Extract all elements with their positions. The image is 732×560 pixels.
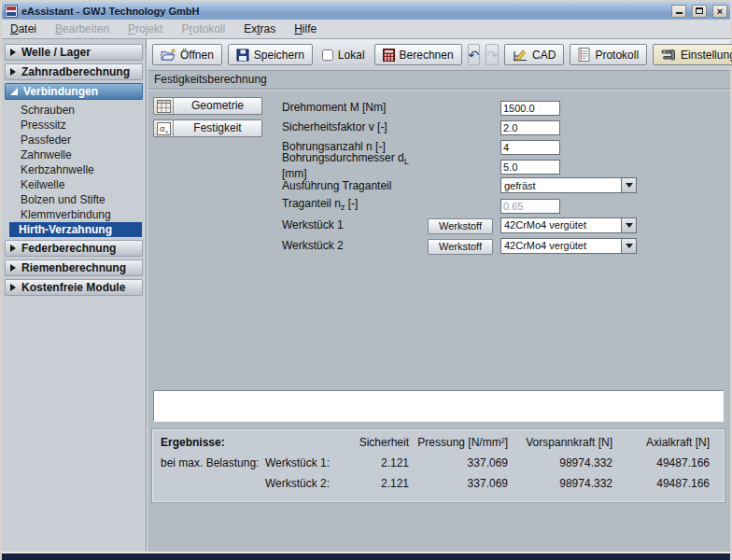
close-button[interactable]: × <box>712 5 727 18</box>
sidebar-section-label: Welle / Lager <box>21 46 91 59</box>
sigma-x-icon: σ x <box>154 120 174 136</box>
protocol-button[interactable]: Protokoll <box>570 44 647 65</box>
geometry-label: Geometrie <box>174 98 261 114</box>
dropdown-selected-value: gefräst <box>504 180 536 191</box>
form-row-werkstueck-1: Werkstück 1 Werkstoff 42CrMo4 vergütet <box>282 215 642 235</box>
undo-button[interactable]: ↶ <box>468 44 481 65</box>
sidebar-section-federberechnung[interactable]: Federberechnung <box>5 240 143 257</box>
minimize-button[interactable] <box>671 5 686 18</box>
dropdown-selected-value: 42CrMo4 vergütet <box>504 240 586 251</box>
chevron-right-icon <box>10 68 16 76</box>
drehmoment-input[interactable] <box>500 101 560 116</box>
werkstoff-1-button[interactable]: Werkstoff <box>428 218 493 234</box>
protocol-label: Protokoll <box>595 49 639 62</box>
sidebar: Welle / Lager Zahnradberechnung Verbindu… <box>2 39 147 552</box>
local-checkbox[interactable] <box>322 49 333 61</box>
redo-icon: ↷ <box>486 48 498 63</box>
chevron-expanded-icon <box>10 88 18 95</box>
results-condition-label: bei max. Belastung: <box>161 456 265 469</box>
menu-projekt: Projekt <box>128 22 162 35</box>
sidebar-section-label: Verbindungen <box>23 85 98 98</box>
cad-drawing-icon <box>513 48 528 62</box>
result-value: 2.121 <box>349 456 409 469</box>
results-row-label: Werkstück 1: <box>265 456 349 469</box>
results-column-axialkraft: Axialkraft [N] <box>612 436 710 449</box>
title-bar: eAssistant - GWJ Technology GmbH × <box>2 2 730 20</box>
werkstoff-2-button[interactable]: Werkstoff <box>428 239 493 255</box>
sidebar-section-riemenberechnung[interactable]: Riemenberechnung <box>5 259 143 276</box>
werkstoff-2-dropdown[interactable]: 42CrMo4 vergütet <box>500 238 637 254</box>
menu-protokoll: Protokoll <box>181 22 225 35</box>
sidebar-item-keilwelle[interactable]: Keilwelle <box>6 177 142 192</box>
sidebar-item-klemmverbindung[interactable]: Klemmverbindung <box>6 207 142 222</box>
main-panel: Öffnen Speichern Lokal <box>147 39 730 552</box>
calculate-button[interactable]: Berechnen <box>374 44 462 65</box>
sidebar-section-welle-lager[interactable]: Welle / Lager <box>5 44 143 61</box>
section-title: Festigkeitsberechnung <box>154 73 267 86</box>
dropdown-arrow-button[interactable] <box>621 239 636 253</box>
form-area: Geometrie σ x Festigkeit <box>148 90 730 388</box>
sidebar-item-bolzen-und-stifte[interactable]: Bolzen und Stifte <box>6 192 142 207</box>
field-label: Ausführung Traganteil <box>282 179 428 192</box>
app-icon <box>5 5 18 18</box>
sidebar-item-kerbzahnwelle[interactable]: Kerbzahnwelle <box>6 162 142 177</box>
chevron-right-icon <box>10 245 16 252</box>
menu-datei[interactable]: Datei <box>10 22 36 35</box>
menu-extras[interactable]: Extras <box>244 22 275 35</box>
sidebar-item-hirth-verzahnung[interactable]: Hirth-Verzahnung <box>9 222 142 237</box>
bohrungsdurchmesser-input[interactable] <box>500 160 560 175</box>
local-checkbox-group: Lokal <box>322 49 365 62</box>
grid-table-icon <box>154 98 174 114</box>
maximize-button[interactable] <box>692 5 707 18</box>
sidebar-section-kostenfreie-module[interactable]: Kostenfreie Module <box>5 279 143 296</box>
bohrungsanzahl-input[interactable] <box>500 140 560 155</box>
werkstoff-1-dropdown[interactable]: 42CrMo4 vergütet <box>500 217 637 233</box>
result-value: 337.069 <box>409 477 508 490</box>
maximize-icon <box>696 7 703 14</box>
strength-button[interactable]: σ x Festigkeit <box>153 119 262 137</box>
form-row-ausfuehrung-traganteil: Ausführung Traganteil gefräst <box>282 175 642 195</box>
result-value: 2.121 <box>349 477 409 490</box>
open-label: Öffnen <box>180 49 214 62</box>
open-button[interactable]: Öffnen <box>152 44 222 65</box>
save-button[interactable]: Speichern <box>228 44 313 65</box>
chevron-down-icon <box>626 183 633 188</box>
menu-hilfe[interactable]: Hilfe <box>294 22 317 35</box>
svg-text:x: x <box>165 129 168 134</box>
field-label: Bohrungsdurchmesser dL [mm] <box>282 151 428 179</box>
sidebar-item-passfeder[interactable]: Passfeder <box>6 133 142 147</box>
open-folder-icon <box>161 49 176 62</box>
dropdown-arrow-button[interactable] <box>621 218 636 232</box>
calculator-icon <box>383 49 395 62</box>
results-column-pressung: Pressung [N/mm²] <box>409 436 508 449</box>
form-row-traganteil: Traganteil nz [-] <box>282 195 642 215</box>
form-row-werkstueck-2: Werkstück 2 Werkstoff 42CrMo4 vergütet <box>282 235 642 256</box>
close-icon: × <box>717 7 723 16</box>
field-label: Werkstück 2 <box>282 239 428 252</box>
clamp-tool-icon <box>661 49 676 62</box>
cad-button[interactable]: CAD <box>504 44 564 65</box>
sidebar-section-verbindungen[interactable]: Verbindungen <box>5 83 143 100</box>
sicherheitsfaktor-input[interactable] <box>500 120 560 135</box>
sidebar-section-label: Zahnradberechnung <box>21 65 130 78</box>
toolbar: Öffnen Speichern Lokal <box>148 39 730 71</box>
sidebar-section-zahnradberechnung[interactable]: Zahnradberechnung <box>5 63 143 80</box>
field-label: Traganteil nz [-] <box>282 197 428 212</box>
settings-button[interactable]: Einstellungen <box>653 44 732 65</box>
strength-label: Festigkeit <box>174 120 261 136</box>
sidebar-item-zahnwelle[interactable]: Zahnwelle <box>6 147 142 162</box>
chevron-right-icon <box>10 284 16 291</box>
undo-icon: ↶ <box>469 48 480 63</box>
traganteil-dropdown[interactable]: gefräst <box>500 177 637 193</box>
result-value: 98974.332 <box>508 477 612 490</box>
geometry-button[interactable]: Geometrie <box>153 97 262 115</box>
results-panel: Ergebnisse: Sicherheit Pressung [N/mm²] … <box>152 429 725 502</box>
save-label: Speichern <box>254 49 304 62</box>
sidebar-item-presssitz[interactable]: Presssitz <box>6 118 142 133</box>
sidebar-item-schrauben[interactable]: Schrauben <box>6 103 142 118</box>
form-row-drehmoment: Drehmoment M [Nm] <box>282 97 642 117</box>
sidebar-section-label: Kostenfreie Module <box>21 281 125 294</box>
document-icon <box>578 48 590 62</box>
settings-label: Einstellungen <box>681 49 732 62</box>
dropdown-arrow-button[interactable] <box>621 178 636 192</box>
